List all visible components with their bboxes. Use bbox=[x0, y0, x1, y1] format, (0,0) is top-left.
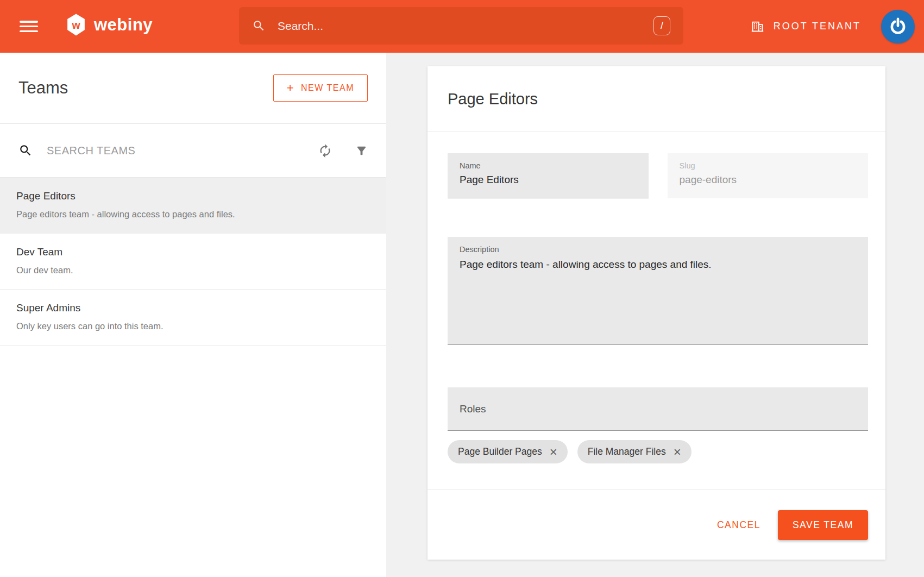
webiny-hexagon-icon: w bbox=[66, 14, 86, 36]
menu-icon[interactable] bbox=[20, 21, 38, 32]
name-label: Name bbox=[460, 161, 637, 170]
team-list-item[interactable]: Super Admins Only key users can go into … bbox=[0, 290, 386, 346]
save-team-button[interactable]: SAVE TEAM bbox=[778, 510, 868, 540]
tenant-selector[interactable]: ROOT TENANT bbox=[750, 19, 861, 34]
global-search-input[interactable] bbox=[278, 20, 653, 33]
remove-chip-icon[interactable]: × bbox=[550, 446, 557, 459]
form-title: Page Editors bbox=[448, 90, 538, 108]
power-icon bbox=[888, 17, 908, 36]
slug-input bbox=[680, 174, 857, 186]
teams-search-bar bbox=[0, 124, 386, 178]
role-chip[interactable]: Page Builder Pages × bbox=[448, 440, 568, 463]
filter-button[interactable] bbox=[355, 145, 368, 157]
remove-chip-icon[interactable]: × bbox=[674, 446, 681, 459]
team-description: Our dev team. bbox=[16, 265, 368, 275]
team-name: Page Editors bbox=[16, 190, 368, 202]
avatar[interactable] bbox=[881, 10, 915, 43]
team-list-item[interactable]: Page Editors Page editors team - allowin… bbox=[0, 178, 386, 234]
team-name: Dev Team bbox=[16, 246, 368, 258]
building-icon bbox=[750, 19, 765, 34]
form-title-bar: Page Editors bbox=[428, 66, 885, 132]
role-chip-label: File Manager Files bbox=[588, 446, 666, 457]
description-input[interactable]: Page editors team - allowing access to p… bbox=[460, 258, 856, 339]
roles-field[interactable]: Roles bbox=[448, 387, 868, 431]
role-chip-label: Page Builder Pages bbox=[458, 446, 542, 457]
form-actions: CANCEL SAVE TEAM bbox=[428, 490, 885, 560]
top-bar-right: ROOT TENANT bbox=[750, 0, 915, 53]
cancel-button[interactable]: CANCEL bbox=[714, 514, 764, 536]
refresh-button[interactable] bbox=[318, 143, 332, 158]
description-label: Description bbox=[460, 245, 856, 254]
search-icon bbox=[18, 143, 33, 158]
team-list-item[interactable]: Dev Team Our dev team. bbox=[0, 234, 386, 290]
tenant-label: ROOT TENANT bbox=[774, 21, 861, 32]
teams-list-panel: Teams + NEW TEAM bbox=[0, 53, 386, 577]
svg-text:w: w bbox=[71, 19, 80, 31]
name-field: Name bbox=[448, 153, 649, 198]
teams-search-input[interactable] bbox=[47, 145, 318, 157]
top-bar: w webiny / bbox=[0, 0, 924, 53]
slash-shortcut-badge: / bbox=[653, 16, 670, 35]
team-form-card: Page Editors Name Slug Description Page … bbox=[428, 66, 885, 560]
filter-icon bbox=[355, 145, 368, 157]
new-team-button-label: NEW TEAM bbox=[301, 83, 354, 93]
roles-chips: Page Builder Pages × File Manager Files … bbox=[448, 440, 868, 463]
search-icon bbox=[252, 19, 266, 33]
name-input[interactable] bbox=[460, 174, 637, 186]
webiny-admin-app: w webiny / bbox=[0, 0, 924, 577]
team-description: Only key users can go into this team. bbox=[16, 321, 368, 331]
team-list: Page Editors Page editors team - allowin… bbox=[0, 178, 386, 346]
webiny-logo[interactable]: w webiny bbox=[66, 14, 153, 36]
refresh-icon bbox=[318, 143, 332, 158]
global-search[interactable]: / bbox=[239, 7, 683, 45]
slug-field: Slug bbox=[668, 153, 869, 198]
plus-icon: + bbox=[287, 82, 294, 94]
team-description: Page editors team - allowing access to p… bbox=[16, 209, 368, 219]
team-details-area: Page Editors Name Slug Description Page … bbox=[386, 53, 924, 577]
roles-label: Roles bbox=[460, 403, 486, 415]
team-name: Super Admins bbox=[16, 302, 368, 314]
form-body: Name Slug Description Page editors team … bbox=[428, 132, 885, 463]
description-field: Description Page editors team - allowing… bbox=[448, 237, 868, 345]
new-team-button[interactable]: + NEW TEAM bbox=[273, 74, 368, 102]
teams-panel-header: Teams + NEW TEAM bbox=[0, 53, 386, 124]
page-title: Teams bbox=[18, 78, 68, 98]
slug-label: Slug bbox=[680, 161, 857, 170]
logo-text: webiny bbox=[94, 15, 153, 35]
role-chip[interactable]: File Manager Files × bbox=[577, 440, 692, 463]
